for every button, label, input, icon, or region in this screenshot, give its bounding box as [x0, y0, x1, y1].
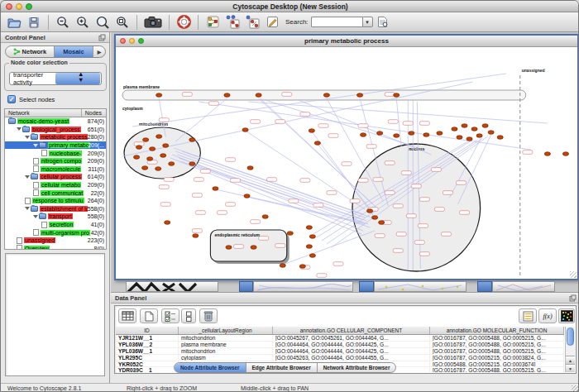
tab-network-attribute-browser[interactable]: Network Attribute Browser: [318, 363, 396, 372]
create-network-from-selection-button[interactable]: [223, 14, 242, 31]
open-session-button[interactable]: [5, 14, 23, 31]
network-node[interactable]: [544, 152, 550, 156]
network-tree-item[interactable]: biological_process651(0): [5, 126, 106, 134]
table-cell[interactable]: cytoplasm: [179, 355, 273, 361]
tab-edge-attribute-browser[interactable]: Edge Attribute Browser: [246, 363, 318, 372]
table-cell[interactable]: mitochondrion: [179, 335, 273, 341]
table-cell[interactable]: [GO:0016787, GO:0005488, GO:0005215, G..…: [430, 367, 564, 372]
tab-overflow-button[interactable]: ▶: [93, 46, 105, 57]
node-color-select[interactable]: transporter activity ▲▼: [9, 72, 102, 85]
table-cell[interactable]: [GO:0044464, GO:0044444, GO:0044425, G..…: [273, 342, 430, 347]
network-node[interactable]: [189, 138, 195, 142]
network-node[interactable]: [213, 187, 218, 191]
network-node[interactable]: [306, 245, 312, 249]
table-cell[interactable]: YPL036W__1: [116, 348, 179, 354]
destroy-network-button[interactable]: [243, 14, 261, 31]
float-panel-icon[interactable]: [98, 34, 106, 41]
network-tree-item[interactable]: metabolic process280(0): [5, 133, 106, 141]
table-cell[interactable]: [GO:0016787, GO:0005215, GO:0003824, G..…: [430, 355, 564, 361]
table-row[interactable]: YPL036W__1mitochondrion[GO:0044464, GO:0…: [116, 348, 564, 355]
network-node[interactable]: [156, 135, 162, 139]
network-tree-item[interactable]: Overview8(0): [5, 245, 106, 251]
zoom-fit-button[interactable]: [113, 14, 132, 31]
network-tree-item[interactable]: secretion41(0): [5, 221, 106, 229]
network-node[interactable]: [251, 246, 256, 250]
scroll-down-button[interactable]: ▼: [566, 364, 575, 372]
minimized-window-thumbnail[interactable]: [253, 281, 353, 292]
network-node[interactable]: [193, 234, 199, 238]
attribute-modifier-button[interactable]: [181, 308, 196, 323]
network-node[interactable]: [247, 166, 253, 170]
app-resize-grip[interactable]: [572, 385, 579, 392]
disclosure-triangle-icon[interactable]: [25, 207, 30, 210]
column-header-cellular-component[interactable]: annotation.GO CELLULAR_COMPONENT: [273, 327, 430, 334]
snapshot-button[interactable]: [142, 14, 164, 31]
network-node[interactable]: [156, 167, 161, 171]
network-tree-item[interactable]: cellular metabo209(0): [5, 181, 106, 189]
network-node[interactable]: [287, 232, 293, 236]
network-node[interactable]: [437, 131, 443, 136]
network-node[interactable]: [482, 124, 488, 128]
minimized-window-icon[interactable]: [239, 281, 253, 292]
table-row[interactable]: YJR121W__1mitochondrion[GO:0045267, GO:0…: [116, 335, 564, 342]
attribute-list-button[interactable]: [519, 308, 537, 323]
network-node[interactable]: [452, 127, 457, 131]
table-cell[interactable]: YKR052C: [116, 361, 179, 367]
network-node[interactable]: [262, 215, 268, 219]
heatmap-view-button[interactable]: [558, 308, 575, 323]
tab-network[interactable]: Network: [6, 46, 55, 57]
annotation-button[interactable]: [263, 14, 281, 31]
network-node[interactable]: [299, 265, 305, 269]
column-header-molecular-function[interactable]: annotation.GO MOLECULAR_FUNCTION: [430, 327, 564, 334]
table-cell[interactable]: YDR039C__1: [116, 367, 179, 372]
network-tree-item[interactable]: cell communicat22(0): [5, 189, 106, 197]
network-node[interactable]: [309, 235, 315, 239]
float-panel-icon[interactable]: [569, 294, 577, 302]
network-node[interactable]: [256, 93, 261, 98]
table-cell[interactable]: [GO:0044464, GO:0044444, GO:0044425, G..…: [273, 348, 430, 354]
network-node[interactable]: [143, 138, 149, 142]
column-header-region[interactable]: _cellularLayoutRegion: [179, 327, 273, 334]
network-node[interactable]: [423, 133, 429, 137]
network-node[interactable]: [224, 93, 230, 98]
network-node[interactable]: [562, 152, 568, 156]
network-node[interactable]: [160, 154, 166, 158]
network-node[interactable]: [394, 134, 400, 138]
network-node[interactable]: [394, 93, 400, 98]
network-node[interactable]: [409, 131, 414, 136]
network-node[interactable]: [356, 93, 362, 98]
table-cell[interactable]: YLR295C: [116, 355, 179, 361]
save-session-button[interactable]: [25, 14, 43, 31]
network-node[interactable]: [133, 155, 139, 160]
network-tree-item[interactable]: establishment of lo558(0): [5, 205, 106, 213]
network-tree-item[interactable]: multi-organism pro42(0): [5, 228, 106, 237]
network-tree-item[interactable]: nucleobase-209(0): [5, 149, 106, 157]
network-canvas[interactable]: plasma membranecytoplasmmitochondrionnuc…: [116, 47, 577, 279]
network-node[interactable]: [147, 157, 153, 161]
network-tree-item[interactable]: unassigned223(0): [5, 237, 106, 245]
search-dropdown-button[interactable]: ▼: [362, 17, 373, 27]
zoom-in-button[interactable]: [74, 14, 92, 31]
network-node[interactable]: [165, 221, 170, 225]
disclosure-triangle-icon[interactable]: [33, 144, 38, 147]
network-node[interactable]: [467, 137, 472, 141]
network-node[interactable]: [377, 131, 383, 136]
scroll-up-button[interactable]: ▲: [566, 356, 575, 364]
minimized-window-icon[interactable]: [477, 281, 492, 292]
network-node[interactable]: [309, 129, 314, 133]
network-tree-item[interactable]: transport558(0): [5, 213, 106, 221]
network-node[interactable]: [136, 146, 141, 150]
table-scrollbar[interactable]: ▲ ▼: [565, 327, 575, 372]
minimized-window-thumbnail[interactable]: [126, 281, 218, 292]
network-tree-item[interactable]: macromolecule311(0): [5, 165, 106, 174]
network-node[interactable]: [156, 93, 162, 98]
network-node[interactable]: [306, 226, 312, 230]
disclosure-triangle-icon[interactable]: [25, 136, 30, 139]
plugin-manager-button[interactable]: [175, 14, 193, 31]
network-node[interactable]: [309, 254, 315, 258]
network-node[interactable]: [360, 133, 366, 137]
minimized-window-thumbnail[interactable]: [492, 281, 555, 292]
table-cell[interactable]: YJR121W__1: [116, 335, 179, 341]
table-row[interactable]: YLR295Ccytoplasm[GO:0045263, GO:0044464,…: [116, 355, 564, 361]
network-tree-item[interactable]: nitrogen compo209(0): [5, 157, 106, 165]
